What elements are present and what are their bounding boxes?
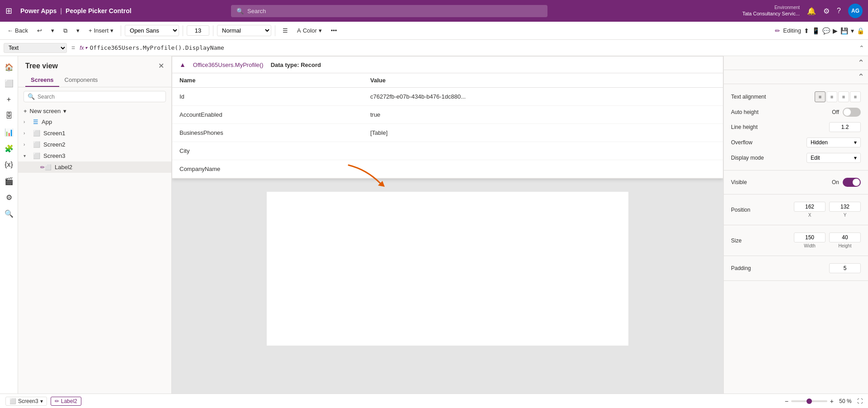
padding-input[interactable] (829, 263, 861, 273)
x-label: X (794, 213, 826, 218)
size-width-input[interactable] (794, 232, 826, 242)
notification-icon[interactable]: 🔔 (807, 7, 816, 15)
right-panel-chevron-mid[interactable]: ⌃ (858, 72, 864, 82)
display-mode-chevron: ▾ (854, 155, 857, 161)
tab-screens[interactable]: Screens (25, 74, 59, 87)
components-icon-btn[interactable]: 🧩 (2, 141, 16, 156)
variables-icon-btn[interactable]: {x} (2, 157, 16, 172)
font-size-input[interactable] (187, 25, 209, 36)
insert-button[interactable]: + Insert ▾ (85, 25, 117, 36)
expand-icon[interactable]: ⛶ (857, 398, 863, 404)
settings-icon-btn[interactable]: ⚙ (2, 190, 16, 204)
screen-tag[interactable]: ⬜ Screen3 ▾ (5, 397, 47, 406)
tree-close-button[interactable]: ✕ (158, 62, 164, 70)
tree-item-label: Screen2 (43, 141, 166, 148)
share-icon[interactable]: ⬆ (804, 27, 809, 34)
align-justify-button[interactable]: ≡ (850, 91, 861, 102)
new-screen-chevron: ▾ (63, 108, 66, 114)
more-button[interactable]: ••• (327, 25, 341, 36)
position-row: Position X Y (731, 199, 861, 220)
table-row[interactable]: AccountEnabled true (172, 106, 723, 124)
formula-expand-icon[interactable]: ⌃ (859, 44, 864, 52)
search-box[interactable]: 🔍 (231, 5, 547, 17)
charts-icon-btn[interactable]: 📊 (2, 125, 16, 139)
save-icon[interactable]: 💾 (840, 27, 848, 34)
align-button[interactable]: ☰ (279, 25, 292, 36)
publish-icon[interactable]: ▾ (851, 27, 854, 34)
height-label: Height (829, 243, 861, 248)
tree-search-input[interactable] (38, 94, 162, 100)
screens-icon-btn[interactable]: ⬜ (2, 76, 16, 90)
settings-icon[interactable]: ⚙ (823, 7, 830, 15)
undo-dropdown[interactable]: ▾ (47, 25, 58, 36)
list-item[interactable]: ▾ ⬜ Screen3 (18, 150, 171, 161)
pencil-icon: ✏ (775, 27, 780, 34)
paste-dropdown[interactable]: ▾ (73, 25, 83, 36)
auto-height-value: Off (832, 109, 839, 115)
bottom-bar: ⬜ Screen3 ▾ ✏ Label2 − + 50 % ⛶ (0, 394, 868, 408)
annotation-arrow (344, 161, 389, 188)
list-item[interactable]: › ⬜ Screen2 (18, 139, 171, 150)
size-row: Size Width Height (731, 230, 861, 251)
visible-label: Visible (731, 179, 747, 185)
style-select[interactable]: Normal (217, 25, 271, 36)
size-height-input[interactable] (829, 232, 861, 242)
apps-grid-icon[interactable]: ⊞ (5, 6, 12, 16)
auto-height-toggle[interactable] (843, 108, 861, 117)
tree-item-label: Label2 (55, 164, 158, 171)
media-icon-btn[interactable]: 🎬 (2, 174, 16, 188)
table-row[interactable]: BusinessPhones [Table] (172, 124, 723, 142)
align-center-button[interactable]: ≡ (826, 91, 837, 102)
undo-button[interactable]: ↩ (33, 25, 46, 36)
search-input[interactable] (247, 8, 542, 14)
color-button[interactable]: A Color ▾ (293, 25, 326, 36)
data-icon-btn[interactable]: 🗄 (2, 109, 16, 123)
tree-search-box[interactable]: 🔍 (24, 91, 166, 102)
list-item[interactable]: ✏⬜ Label2 ••• (18, 161, 171, 173)
visible-toggle[interactable] (843, 178, 861, 187)
phone-icon[interactable]: 📱 (812, 27, 820, 34)
home-icon-btn[interactable]: 🏠 (2, 60, 16, 74)
text-alignment-section: Text alignment ≡ ≡ ≡ ≡ Auto height Off (724, 84, 868, 171)
align-right-button[interactable]: ≡ (838, 91, 849, 102)
align-left-button[interactable]: ≡ (815, 91, 826, 102)
new-screen-button[interactable]: + New screen ▾ (18, 106, 171, 116)
zoom-plus-button[interactable]: + (830, 398, 834, 405)
data-pane-collapse-icon[interactable]: ▲ (179, 61, 186, 68)
line-height-input[interactable] (829, 122, 861, 132)
lock-icon[interactable]: 🔒 (857, 27, 864, 34)
list-item[interactable]: › ⬜ Screen1 (18, 128, 171, 139)
font-family-select[interactable]: Open Sans (125, 25, 179, 36)
avatar[interactable]: AG (848, 4, 863, 18)
formula-input[interactable] (90, 44, 856, 51)
top-nav-right: Environment Tata Consultancy Servic... 🔔… (742, 4, 863, 18)
tab-components[interactable]: Components (59, 74, 104, 87)
help-icon[interactable]: ? (837, 7, 841, 15)
insert-icon-btn[interactable]: + (2, 92, 16, 107)
list-item[interactable]: › ☰ App (18, 116, 171, 128)
comment-icon[interactable]: 💬 (822, 27, 830, 34)
search-icon-btn[interactable]: 🔍 (2, 206, 16, 221)
data-pane-header: ▲ Office365Users.MyProfile() Data type: … (172, 57, 723, 73)
fx-button[interactable]: fx ▾ (80, 45, 87, 51)
play-icon[interactable]: ▶ (833, 27, 838, 34)
display-mode-dropdown[interactable]: Edit ▾ (807, 153, 861, 163)
zoom-minus-button[interactable]: − (785, 398, 788, 405)
copy-button[interactable]: ⧉ (60, 25, 71, 36)
toggle-knob (853, 179, 860, 186)
overflow-dropdown[interactable]: Hidden ▾ (807, 138, 861, 147)
label-tag[interactable]: ✏ Label2 (51, 397, 81, 406)
position-x-input[interactable] (794, 202, 826, 212)
position-y-input[interactable] (829, 202, 861, 212)
back-button[interactable]: ← Back (4, 25, 32, 36)
table-row[interactable]: CompanyName (172, 160, 723, 178)
tree-tabs: Screens Components (18, 74, 171, 87)
screen-chevron: ▾ (40, 398, 43, 404)
property-select[interactable]: Text (4, 43, 67, 53)
right-panel-chevron-up[interactable]: ⌃ (858, 58, 864, 68)
tree-item-label: Screen1 (43, 130, 166, 137)
table-row[interactable]: Id c76272fb-e07b-434b-b476-1dc880... (172, 88, 723, 106)
row-name: City (172, 142, 363, 160)
zoom-slider[interactable] (791, 400, 827, 402)
table-row[interactable]: City (172, 142, 723, 160)
